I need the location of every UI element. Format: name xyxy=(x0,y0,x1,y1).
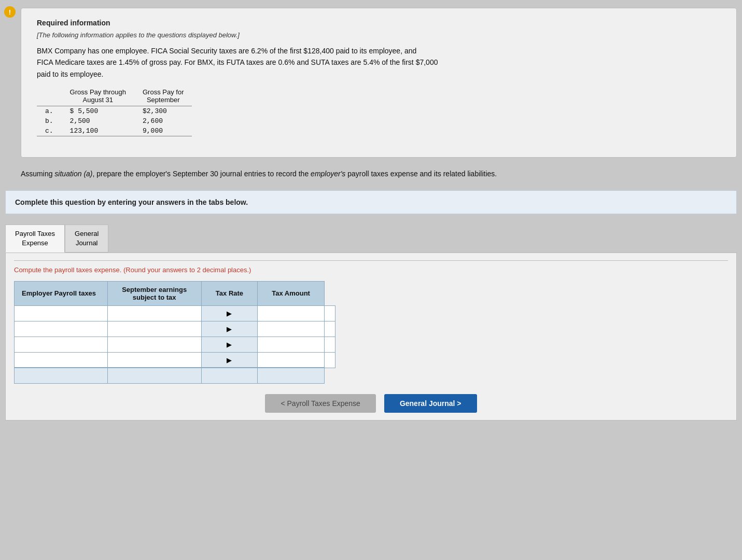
table-row: ▶ xyxy=(15,321,335,337)
row3-col3[interactable] xyxy=(258,337,325,352)
row2-col1[interactable] xyxy=(15,321,108,337)
total-row xyxy=(15,368,335,383)
alert-icon: ! xyxy=(4,6,16,18)
row1-col3[interactable] xyxy=(258,305,325,321)
row2-col1-input[interactable] xyxy=(20,325,102,333)
prev-button[interactable]: < Payroll Taxes Expense xyxy=(265,394,375,413)
gross-pay-table: Gross Pay through August 31 Gross Pay fo… xyxy=(37,87,192,136)
payroll-table: Employer Payroll taxes September earning… xyxy=(14,281,335,384)
row3-col1-input[interactable] xyxy=(20,341,102,348)
tabs-row: Payroll Taxes Expense General Journal xyxy=(5,225,737,253)
col1-header: Gross Pay through August 31 xyxy=(62,87,134,106)
row-a-col2: $2,300 xyxy=(134,106,192,117)
row2-col3-input[interactable] xyxy=(263,325,319,333)
row-c-col2: 9,000 xyxy=(134,126,192,136)
row4-arrow: ▶ xyxy=(201,352,258,368)
row-b-col2: 2,600 xyxy=(134,116,192,126)
row3-arrow: ▶ xyxy=(201,337,258,352)
row-a-col1: $ 5,500 xyxy=(62,106,134,117)
row1-col2[interactable] xyxy=(107,305,201,321)
compute-text: Compute the payroll taxes expense. (Roun… xyxy=(14,260,728,281)
row2-arrow: ▶ xyxy=(201,321,258,337)
row4-col2[interactable] xyxy=(107,352,201,368)
th-tax-amount: Tax Amount xyxy=(258,281,325,305)
row3-col2-input[interactable] xyxy=(113,341,196,348)
total-col3 xyxy=(201,368,258,383)
th-tax-rate: Tax Rate xyxy=(201,281,258,305)
row2-col2-input[interactable] xyxy=(113,325,196,333)
subtitle: [The following information applies to th… xyxy=(37,31,721,39)
row1-col3-input[interactable] xyxy=(263,310,319,317)
instruction-box: Complete this question by entering your … xyxy=(5,190,737,214)
row-b-col1: 2,500 xyxy=(62,116,134,126)
table-row: ▶ xyxy=(15,305,335,321)
row4-col1[interactable] xyxy=(15,352,108,368)
row2-col3[interactable] xyxy=(258,321,325,337)
row-c-col1: 123,100 xyxy=(62,126,134,136)
row1-col1-input[interactable] xyxy=(20,310,102,317)
row1-arrow: ▶ xyxy=(201,305,258,321)
tab-general-journal[interactable]: General Journal xyxy=(65,225,108,253)
row4-col3[interactable] xyxy=(258,352,325,368)
row3-col2[interactable] xyxy=(107,337,201,352)
total-col4-input[interactable] xyxy=(263,372,319,380)
row1-col4[interactable] xyxy=(325,305,335,321)
main-card: Required information [The following info… xyxy=(21,8,737,158)
bottom-nav: < Payroll Taxes Expense General Journal … xyxy=(14,394,728,413)
row4-col3-input[interactable] xyxy=(263,356,319,364)
row2-col2[interactable] xyxy=(107,321,201,337)
row4-col2-input[interactable] xyxy=(113,356,196,364)
row3-col3-input[interactable] xyxy=(263,341,319,348)
info-body: BMX Company has one employee. FICA Socia… xyxy=(37,45,721,80)
row4-col1-input[interactable] xyxy=(20,356,102,364)
situation-text: Assuming situation (a), prepare the empl… xyxy=(21,168,737,179)
row2-col4[interactable] xyxy=(325,321,335,337)
row-a-label: a. xyxy=(37,106,62,117)
total-col2 xyxy=(107,368,201,383)
next-button[interactable]: General Journal > xyxy=(384,394,477,413)
payroll-table-wrapper: Employer Payroll taxes September earning… xyxy=(14,281,728,384)
total-col1 xyxy=(15,368,108,383)
th-employer-payroll: Employer Payroll taxes xyxy=(15,281,108,305)
tab-payroll-taxes[interactable]: Payroll Taxes Expense xyxy=(5,225,65,253)
row-c-label: c. xyxy=(37,126,62,136)
table-row: ▶ xyxy=(15,352,335,368)
row3-col1[interactable] xyxy=(15,337,108,352)
row-b-label: b. xyxy=(37,116,62,126)
required-info-title: Required information xyxy=(37,19,721,27)
total-col4[interactable] xyxy=(258,368,325,383)
th-september-earnings: September earningssubject to tax xyxy=(107,281,201,305)
row3-col4[interactable] xyxy=(325,337,335,352)
table-row: ▶ xyxy=(15,337,335,352)
row1-col1[interactable] xyxy=(15,305,108,321)
tab-content: Compute the payroll taxes expense. (Roun… xyxy=(5,253,737,421)
row1-col2-input[interactable] xyxy=(113,310,196,317)
row4-col4[interactable] xyxy=(325,352,335,368)
col2-header: Gross Pay for September xyxy=(134,87,192,106)
